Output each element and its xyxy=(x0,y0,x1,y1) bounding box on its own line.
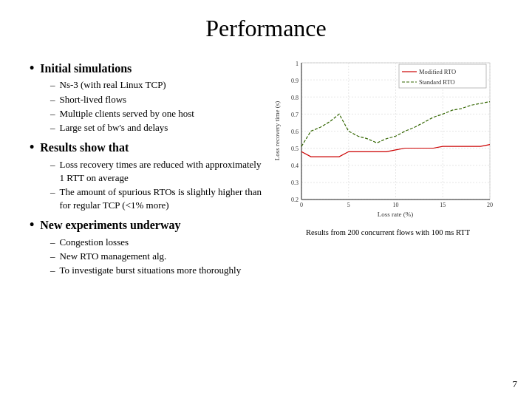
svg-text:Loss rate (%): Loss rate (%) xyxy=(378,211,413,218)
bullet-1-label: Initial simulations xyxy=(40,60,132,77)
list-item: Multiple clients served by one host xyxy=(50,107,266,120)
chart-caption: Results from 200 concurrent flows with 1… xyxy=(306,228,470,236)
list-item: Loss recovery times are reduced with app… xyxy=(50,158,266,185)
list-item: Ns-3 (with real Linux TCP) xyxy=(50,78,266,92)
svg-text:Modified RTO: Modified RTO xyxy=(419,68,456,75)
slide-title: Performance xyxy=(30,15,502,42)
right-column: 0.2 0.3 0.4 0.5 0.6 0.7 0.8 0.9 1 0 5 10… xyxy=(273,55,502,280)
bullet-2-main: Results show that xyxy=(30,139,266,156)
content-area: Initial simulations Ns-3 (with real Linu… xyxy=(30,55,502,280)
svg-text:20: 20 xyxy=(487,202,493,208)
bullet-3-main: New experiments underway xyxy=(30,216,266,233)
chart-container: 0.2 0.3 0.4 0.5 0.6 0.7 0.8 0.9 1 0 5 10… xyxy=(273,55,502,225)
page-number: 7 xyxy=(513,378,518,390)
svg-text:Standard RTO: Standard RTO xyxy=(419,78,455,86)
list-item: Large set of bw's and delays xyxy=(50,121,266,134)
svg-text:0.3: 0.3 xyxy=(291,180,299,186)
bullet-2-sublist: Loss recovery times are reduced with app… xyxy=(50,158,266,213)
svg-text:15: 15 xyxy=(440,202,446,208)
list-item: New RTO management alg. xyxy=(50,250,266,263)
svg-text:5: 5 xyxy=(347,202,350,208)
bullet-1-sublist: Ns-3 (with real Linux TCP) Short-lived f… xyxy=(50,78,266,134)
svg-text:0.7: 0.7 xyxy=(291,112,299,118)
list-item: The amount of spurious RTOs is slightly … xyxy=(50,185,266,212)
list-item: Short-lived flows xyxy=(50,93,266,106)
svg-text:0.5: 0.5 xyxy=(291,146,299,152)
list-item: Congestion losses xyxy=(50,236,266,249)
svg-text:0: 0 xyxy=(300,202,303,208)
bullet-3-label: New experiments underway xyxy=(40,216,180,233)
chart-svg: 0.2 0.3 0.4 0.5 0.6 0.7 0.8 0.9 1 0 5 10… xyxy=(273,55,502,225)
left-column: Initial simulations Ns-3 (with real Linu… xyxy=(30,55,266,280)
bullet-3-sublist: Congestion losses New RTO management alg… xyxy=(50,236,266,278)
svg-text:0.2: 0.2 xyxy=(291,197,299,203)
list-item: To investigate burst situations more tho… xyxy=(50,264,266,277)
svg-text:0.4: 0.4 xyxy=(291,163,299,169)
bullet-1-main: Initial simulations xyxy=(30,60,266,77)
svg-text:1: 1 xyxy=(296,61,299,67)
svg-text:0.6: 0.6 xyxy=(291,129,299,135)
svg-text:10: 10 xyxy=(393,202,399,208)
bullet-2-label: Results show that xyxy=(40,139,129,156)
svg-text:0.9: 0.9 xyxy=(291,78,299,84)
slide: Performance Initial simulations Ns-3 (wi… xyxy=(0,0,532,399)
svg-text:Loss recovery time (s): Loss recovery time (s) xyxy=(273,101,281,161)
svg-text:0.8: 0.8 xyxy=(291,95,299,101)
